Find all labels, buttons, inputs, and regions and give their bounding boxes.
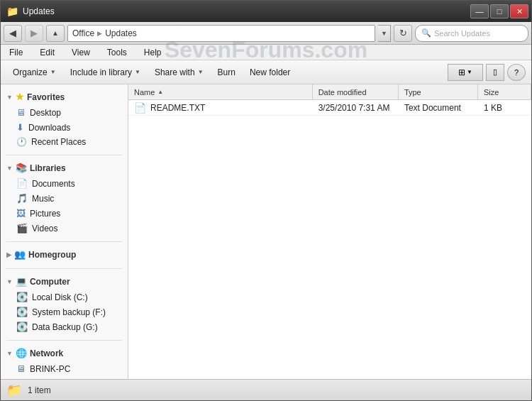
view-icon: ⊞ bbox=[458, 67, 465, 77]
data-g-label: Data Backup (G:) bbox=[32, 322, 98, 332]
file-name-readme: README.TXT bbox=[150, 103, 205, 113]
address-dropdown-button[interactable]: ▼ bbox=[378, 25, 391, 42]
organize-button[interactable]: Organize ▼ bbox=[6, 63, 62, 82]
file-icon-readme: 📄 bbox=[134, 102, 146, 114]
main-area: ▼ ★ Favorites 🖥 Desktop ⬇ Downloads 🕐 Re… bbox=[1, 84, 531, 379]
address-box[interactable]: Office ▶ Updates bbox=[67, 25, 375, 42]
sidebar-item-desktop[interactable]: 🖥 Desktop bbox=[1, 105, 128, 120]
col-header-date[interactable]: Date modified bbox=[313, 84, 399, 99]
network-arrow: ▼ bbox=[6, 350, 13, 357]
sidebar-header-computer[interactable]: ▼ 💻 Computer bbox=[1, 273, 128, 290]
minimize-button[interactable]: — bbox=[470, 4, 489, 18]
sidebar-item-recent-places[interactable]: 🕐 Recent Places bbox=[1, 135, 128, 149]
menu-tools[interactable]: Tools bbox=[104, 46, 130, 59]
sort-arrow-name: ▲ bbox=[157, 89, 163, 95]
sidebar-header-homegroup[interactable]: ▶ 👥 Homegroup bbox=[1, 246, 128, 263]
search-icon: 🔍 bbox=[421, 28, 431, 38]
close-button[interactable]: ✕ bbox=[510, 4, 528, 18]
file-cell-date-readme: 3/25/2010 7:31 AM bbox=[313, 100, 399, 115]
explorer-window: 📁 Updates — □ ✕ ◀ ▶ ▲ Office ▶ Updates ▼… bbox=[0, 0, 532, 401]
system-f-label: System backup (F:) bbox=[32, 307, 106, 317]
col-header-name[interactable]: Name ▲ bbox=[128, 84, 313, 99]
documents-label: Documents bbox=[32, 179, 75, 189]
local-c-label: Local Disk (C:) bbox=[32, 292, 88, 302]
title-bar-controls: — □ ✕ bbox=[470, 4, 528, 18]
libraries-icon: 📚 bbox=[16, 163, 27, 173]
sidebar-item-local-c[interactable]: 💽 Local Disk (C:) bbox=[1, 290, 128, 304]
recent-places-icon: 🕐 bbox=[16, 137, 27, 147]
computer-icon: 💻 bbox=[16, 276, 27, 287]
new-folder-label: New folder bbox=[250, 67, 290, 77]
downloads-label: Downloads bbox=[28, 123, 70, 133]
include-label: Include in library bbox=[70, 67, 132, 77]
sidebar-item-videos[interactable]: 🎬 Videos bbox=[1, 221, 128, 236]
maximize-button[interactable]: □ bbox=[490, 4, 509, 18]
pane-icon: ▯ bbox=[493, 67, 497, 77]
homegroup-label: Homegroup bbox=[28, 250, 76, 260]
file-cell-type-readme: Text Document bbox=[399, 100, 478, 115]
sidebar-header-network[interactable]: ▼ 🌐 Network bbox=[1, 345, 128, 361]
sidebar-item-data-g[interactable]: 💽 Data Backup (G:) bbox=[1, 319, 128, 334]
toolbar-right: ⊞ ▼ ▯ ? bbox=[448, 64, 526, 81]
search-box[interactable]: 🔍 Search Updates bbox=[415, 25, 528, 42]
forward-button[interactable]: ▶ bbox=[25, 25, 43, 42]
address-path-office: Office bbox=[72, 28, 94, 38]
col-header-type[interactable]: Type bbox=[399, 84, 478, 99]
recent-places-label: Recent Places bbox=[31, 137, 86, 147]
burn-label: Burn bbox=[218, 67, 235, 77]
share-label: Share with bbox=[155, 67, 195, 77]
sidebar: ▼ ★ Favorites 🖥 Desktop ⬇ Downloads 🕐 Re… bbox=[1, 84, 128, 379]
help-button[interactable]: ? bbox=[507, 64, 526, 81]
refresh-button[interactable]: ↻ bbox=[394, 25, 412, 42]
sidebar-header-favorites[interactable]: ▼ ★ Favorites bbox=[1, 89, 128, 105]
sidebar-item-downloads[interactable]: ⬇ Downloads bbox=[1, 120, 128, 135]
col-header-size[interactable]: Size bbox=[478, 84, 531, 99]
desktop-label: Desktop bbox=[30, 108, 61, 118]
share-with-button[interactable]: Share with ▼ bbox=[148, 63, 210, 82]
libraries-arrow: ▼ bbox=[6, 165, 13, 172]
pictures-icon: 🖼 bbox=[16, 208, 26, 219]
file-cell-name-readme: 📄 README.TXT bbox=[128, 100, 313, 115]
sidebar-item-system-f[interactable]: 💽 System backup (F:) bbox=[1, 304, 128, 319]
music-label: Music bbox=[32, 194, 54, 204]
window-icon: 📁 bbox=[6, 6, 18, 17]
brink-pc-label: BRINK-PC bbox=[30, 364, 70, 374]
homegroup-arrow: ▶ bbox=[6, 251, 11, 258]
new-folder-button[interactable]: New folder bbox=[243, 63, 297, 82]
divider-2 bbox=[6, 241, 122, 242]
sidebar-header-libraries[interactable]: ▼ 📚 Libraries bbox=[1, 160, 128, 176]
change-view-button[interactable]: ⊞ ▼ bbox=[448, 64, 483, 81]
downloads-icon: ⬇ bbox=[16, 122, 24, 133]
address-sep: ▶ bbox=[97, 30, 102, 37]
music-icon: 🎵 bbox=[16, 193, 28, 204]
data-g-icon: 💽 bbox=[16, 322, 28, 332]
pane-toggle-button[interactable]: ▯ bbox=[486, 64, 504, 81]
menu-file[interactable]: File bbox=[6, 46, 26, 59]
back-button[interactable]: ◀ bbox=[4, 25, 22, 42]
file-list-header: Name ▲ Date modified Type Size bbox=[128, 84, 531, 100]
sidebar-item-documents[interactable]: 📄 Documents bbox=[1, 176, 128, 191]
sidebar-section-network: ▼ 🌐 Network 🖥 BRINK-PC bbox=[1, 345, 128, 376]
up-button[interactable]: ▲ bbox=[46, 25, 65, 42]
divider-3 bbox=[6, 268, 122, 269]
col-name-label: Name bbox=[134, 88, 155, 97]
include-library-button[interactable]: Include in library ▼ bbox=[64, 63, 147, 82]
desktop-icon: 🖥 bbox=[16, 107, 26, 118]
sidebar-item-brink-pc[interactable]: 🖥 BRINK-PC bbox=[1, 361, 128, 376]
window-title: Updates bbox=[23, 6, 55, 16]
sidebar-item-music[interactable]: 🎵 Music bbox=[1, 191, 128, 206]
menu-bar: File Edit View Tools Help bbox=[1, 45, 531, 60]
documents-icon: 📄 bbox=[16, 178, 28, 189]
menu-view[interactable]: View bbox=[69, 46, 93, 59]
col-type-label: Type bbox=[404, 88, 421, 97]
file-row-readme[interactable]: 📄 README.TXT 3/25/2010 7:31 AM Text Docu… bbox=[128, 100, 531, 116]
sidebar-item-pictures[interactable]: 🖼 Pictures bbox=[1, 206, 128, 221]
status-folder-icon: 📁 bbox=[6, 383, 22, 398]
brink-pc-icon: 🖥 bbox=[16, 363, 26, 374]
status-bar: 📁 1 item bbox=[1, 379, 531, 400]
menu-edit[interactable]: Edit bbox=[37, 46, 57, 59]
local-c-icon: 💽 bbox=[16, 292, 28, 302]
videos-icon: 🎬 bbox=[16, 223, 28, 234]
burn-button[interactable]: Burn bbox=[211, 63, 242, 82]
menu-help[interactable]: Help bbox=[141, 46, 165, 59]
